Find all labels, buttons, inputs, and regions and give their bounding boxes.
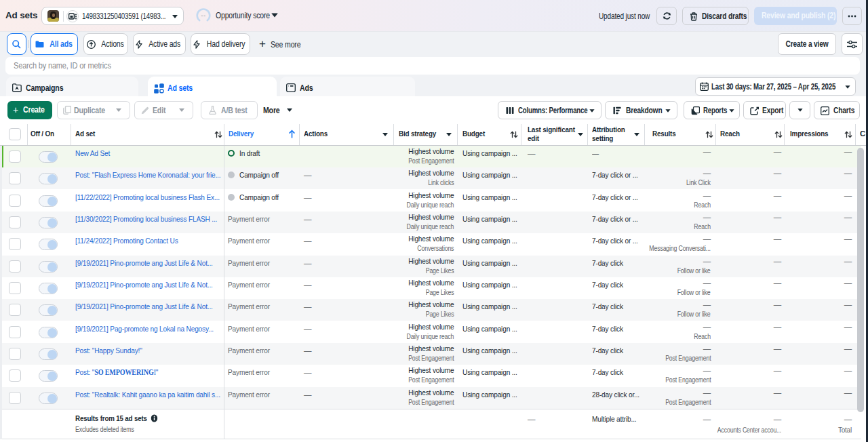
svg-text:--: -- bbox=[201, 12, 205, 19]
